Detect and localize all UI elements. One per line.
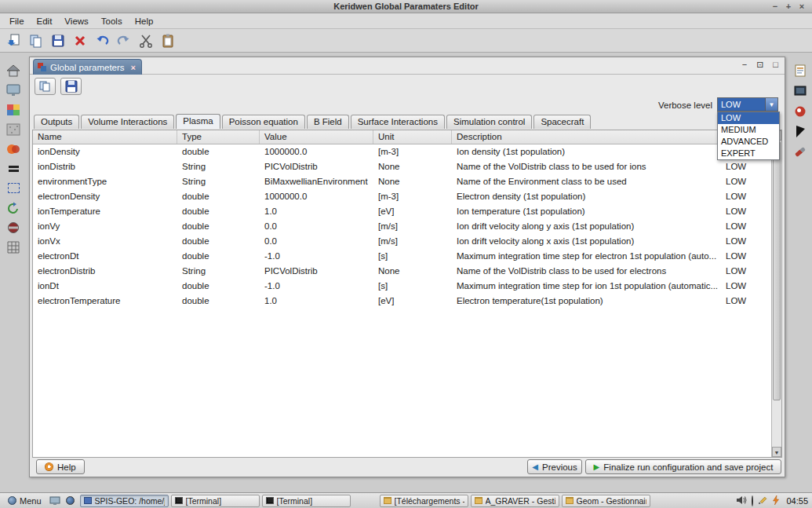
cell-unit: [s]	[373, 279, 452, 294]
panel-save-button[interactable]	[60, 78, 82, 95]
table-row-ionTemperature[interactable]: ionTemperaturedouble1.0[eV]Ion temperatu…	[33, 204, 771, 219]
tab-plasma[interactable]: Plasma	[176, 114, 220, 129]
window-maximize-button[interactable]: +	[783, 0, 794, 13]
window-minimize-button[interactable]: −	[770, 0, 781, 13]
taskbar-window-4[interactable]: A_GRAVER - Gestion...	[471, 495, 559, 507]
cell-name: ionVy	[33, 219, 177, 234]
table-row-ionDistrib[interactable]: ionDistribStringPICVolDistribNoneName of…	[33, 159, 771, 174]
refresh-icon[interactable]	[5, 199, 23, 216]
scroll-down-icon[interactable]: ▼	[772, 447, 781, 457]
record-icon[interactable]	[5, 219, 23, 236]
table-row-environmentType[interactable]: environmentTypeStringBiMaxwellianEnviron…	[33, 174, 771, 189]
tab-surface-interactions[interactable]: Surface Interactions	[351, 115, 445, 129]
column-header-description[interactable]: Description	[452, 130, 721, 144]
paste-button[interactable]	[158, 31, 177, 50]
cell-unit: None	[373, 264, 452, 279]
table-row-ionVy[interactable]: ionVydouble0.0[m/s]Ion drift velocity al…	[33, 219, 771, 234]
window-close-button[interactable]: ×	[796, 0, 807, 13]
table-row-electronTemperature[interactable]: electronTemperaturedouble1.0[eV]Electron…	[33, 294, 771, 309]
help-button[interactable]: Help	[36, 459, 85, 474]
monitor-icon[interactable]	[5, 82, 23, 98]
tab-spacecraft[interactable]: Spacecraft	[533, 115, 591, 129]
panel-minimize-button[interactable]: −	[742, 60, 747, 70]
previous-icon: ◀	[532, 463, 538, 471]
taskbar-window-label: Geom - Gestionnaire...	[577, 496, 646, 506]
taskbar-window-3[interactable]: [Téléchargements - ...	[380, 495, 468, 507]
texture-icon[interactable]	[5, 121, 23, 137]
table-row-ionDt[interactable]: ionDtdouble-1.0[s]Maximum integration ti…	[33, 279, 771, 294]
workspace-icon[interactable]	[64, 495, 77, 506]
cell-value: PICVolDistrib	[260, 264, 373, 279]
panel-maximize-button[interactable]: □	[773, 60, 778, 70]
column-header-unit[interactable]: Unit	[373, 130, 452, 144]
show-desktop-icon[interactable]	[49, 495, 61, 506]
table-row-electronDensity[interactable]: electronDensitydouble1000000.0[m-3]Elect…	[33, 189, 771, 204]
redo-button[interactable]	[114, 31, 133, 50]
verbose-level-select[interactable]: LOW ▼	[717, 97, 778, 111]
vertical-scrollbar[interactable]: ▲ ▼	[771, 130, 781, 457]
tab-simulation-control[interactable]: Simulation control	[446, 115, 532, 129]
taskbar-window-2[interactable]: [Terminal]	[262, 495, 351, 507]
undo-button[interactable]	[92, 31, 111, 50]
grid-icon[interactable]	[5, 239, 23, 255]
table-row-ionDensity[interactable]: ionDensitydouble1000000.0[m-3]Ion densit…	[33, 144, 771, 159]
volume-icon[interactable]	[736, 495, 747, 506]
global-parameters-tab[interactable]: Global parameters ×	[33, 59, 142, 75]
previous-button-label: Previous	[542, 462, 577, 472]
menubar-item-views[interactable]: Views	[58, 15, 94, 27]
balance-icon[interactable]	[5, 160, 23, 177]
display-icon[interactable]	[792, 82, 810, 99]
taskbar-menu-button[interactable]: Menu	[4, 495, 46, 506]
close-tab-icon[interactable]: ×	[131, 63, 136, 72]
taskbar-window-0[interactable]: SPIS-GEO: /home/juj...	[80, 495, 169, 507]
menubar-item-edit[interactable]: Edit	[31, 15, 59, 27]
home-icon[interactable]	[5, 62, 23, 79]
tab-poisson-equation[interactable]: Poisson equation	[222, 115, 305, 129]
panel-footer: Help ◀ Previous ▶ Finalize run configura…	[30, 458, 785, 477]
taskbar-window-5[interactable]: Geom - Gestionnaire...	[562, 495, 650, 507]
chevron-down-icon: ▼	[765, 98, 777, 111]
selection-box-icon[interactable]	[5, 180, 23, 196]
scrollbar-thumb[interactable]	[773, 141, 781, 400]
colors-icon[interactable]	[5, 141, 23, 157]
tab-b-field[interactable]: B Field	[307, 115, 349, 129]
import-button[interactable]	[4, 31, 24, 50]
cursor-icon[interactable]	[792, 123, 810, 140]
power-icon[interactable]	[772, 495, 780, 506]
cut-button[interactable]	[136, 31, 155, 50]
cell-description: Ion drift velocity along y axis (1st pop…	[452, 219, 721, 234]
column-header-type[interactable]: Type	[177, 130, 260, 144]
tab-outputs[interactable]: Outputs	[34, 115, 79, 129]
paint-icon[interactable]	[792, 103, 810, 119]
menu-icon	[8, 496, 16, 505]
open-button[interactable]	[26, 31, 46, 50]
table-header: NameTypeValueUnitDescription	[33, 130, 771, 144]
finalize-button[interactable]: ▶ Finalize run configuration and save pr…	[585, 459, 781, 474]
taskbar-window-label: [Téléchargements - ...	[395, 496, 464, 506]
verbose-option-expert[interactable]: EXPERT	[718, 148, 779, 159]
table-row-electronDt[interactable]: electronDtdouble-1.0[s]Maximum integrati…	[33, 249, 771, 264]
delete-button[interactable]	[70, 31, 89, 50]
table-row-ionVx[interactable]: ionVxdouble0.0[m/s]Ion drift velocity al…	[33, 234, 771, 249]
palette-icon[interactable]	[5, 101, 23, 118]
pencil-icon[interactable]	[758, 495, 767, 506]
panel-open-button[interactable]	[35, 78, 56, 95]
panel-restore-button[interactable]: ⊡	[756, 60, 763, 70]
cell-verbosity: LOW	[721, 279, 771, 294]
previous-button[interactable]: ◀ Previous	[527, 459, 582, 474]
verbose-option-advanced[interactable]: ADVANCED	[718, 136, 779, 148]
verbose-option-medium[interactable]: MEDIUM	[718, 124, 779, 136]
column-header-name[interactable]: Name	[33, 130, 177, 144]
save-button[interactable]	[48, 31, 67, 50]
table-row-electronDistrib[interactable]: electronDistribStringPICVolDistribNoneNa…	[33, 264, 771, 279]
menubar-item-help[interactable]: Help	[129, 15, 160, 27]
menubar-item-file[interactable]: File	[3, 15, 31, 27]
notes-icon[interactable]	[792, 62, 810, 79]
tab-volume-interactions[interactable]: Volume Interactions	[81, 115, 174, 129]
network-icon[interactable]	[752, 496, 753, 506]
verbose-option-low[interactable]: LOW	[718, 112, 779, 124]
taskbar-window-1[interactable]: [Terminal]	[171, 495, 260, 507]
menubar-item-tools[interactable]: Tools	[95, 15, 129, 27]
column-header-value[interactable]: Value	[260, 130, 373, 144]
brush-icon[interactable]	[792, 144, 810, 160]
